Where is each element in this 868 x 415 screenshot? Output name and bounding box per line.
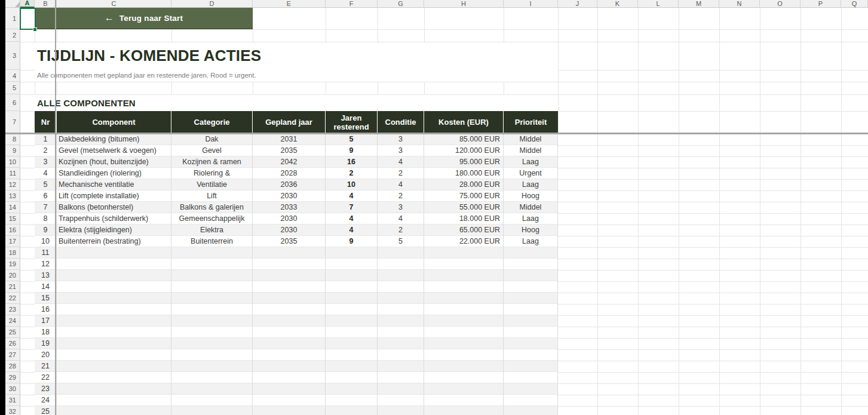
row-header-25[interactable]: 25: [5, 327, 20, 338]
row-header-21[interactable]: 21: [5, 281, 20, 293]
cell[interactable]: [253, 361, 326, 372]
cell[interactable]: 2: [378, 190, 424, 202]
cell[interactable]: [253, 270, 326, 281]
cell[interactable]: [57, 293, 171, 304]
cell[interactable]: 95.000 EUR: [424, 156, 504, 168]
cell[interactable]: 18.000 EUR: [424, 213, 504, 225]
cell[interactable]: [378, 383, 424, 395]
table-header-cell[interactable]: Kosten (EUR): [424, 111, 504, 133]
cell[interactable]: 2036: [253, 179, 326, 190]
cell[interactable]: [253, 349, 326, 361]
cell[interactable]: 2030: [253, 190, 326, 202]
cell[interactable]: [171, 349, 253, 361]
cell[interactable]: [378, 361, 424, 372]
cell[interactable]: 21: [35, 361, 57, 372]
cell[interactable]: [504, 247, 558, 259]
cell[interactable]: [378, 349, 424, 361]
cell[interactable]: 4: [326, 225, 378, 236]
cell[interactable]: [171, 304, 253, 315]
cell[interactable]: [171, 315, 253, 327]
column-header-J[interactable]: J: [558, 0, 597, 8]
cell[interactable]: Dakbedekking (bitumen): [57, 133, 171, 145]
cell[interactable]: Kozijnen & ramen: [171, 156, 253, 168]
cell[interactable]: 9: [326, 145, 378, 156]
cell[interactable]: [378, 327, 424, 338]
cell[interactable]: [326, 304, 378, 315]
cell[interactable]: 9: [326, 236, 378, 247]
row-header-32[interactable]: 32: [5, 406, 20, 415]
cell[interactable]: [378, 406, 424, 415]
cell[interactable]: 2031: [253, 133, 326, 145]
cell[interactable]: 4: [378, 156, 424, 168]
cell[interactable]: 12: [35, 259, 57, 270]
column-header-F[interactable]: F: [326, 0, 378, 8]
cell[interactable]: [253, 327, 326, 338]
row-header-20[interactable]: 20: [5, 270, 20, 281]
cell[interactable]: 23: [35, 383, 57, 395]
cell[interactable]: [171, 270, 253, 281]
cell[interactable]: 5: [35, 179, 57, 190]
cell[interactable]: 4: [35, 168, 57, 179]
cell[interactable]: 2030: [253, 225, 326, 236]
cell[interactable]: 2: [378, 168, 424, 179]
table-header-cell[interactable]: Gepland jaar: [253, 111, 326, 133]
cell[interactable]: [171, 247, 253, 259]
row-header-5[interactable]: 5: [5, 82, 20, 94]
cell[interactable]: 65.000 EUR: [424, 225, 504, 236]
cell[interactable]: 85.000 EUR: [424, 133, 504, 145]
cell[interactable]: [378, 247, 424, 259]
cell[interactable]: [57, 338, 171, 349]
cell[interactable]: 3: [378, 202, 424, 213]
table-header-cell[interactable]: Prioriteit: [504, 111, 558, 133]
row-header-10[interactable]: 10: [5, 156, 20, 168]
cell[interactable]: [504, 383, 558, 395]
cell[interactable]: [57, 259, 171, 270]
row-header-26[interactable]: 26: [5, 338, 20, 349]
row-header-29[interactable]: 29: [5, 372, 20, 383]
cell[interactable]: [171, 383, 253, 395]
cell[interactable]: [504, 372, 558, 383]
cell[interactable]: 3: [35, 156, 57, 168]
row-header-22[interactable]: 22: [5, 293, 20, 304]
column-header-B[interactable]: B: [35, 0, 57, 8]
table-header-cell[interactable]: Nr: [35, 111, 57, 133]
cell[interactable]: [171, 372, 253, 383]
row-header-17[interactable]: 17: [5, 236, 20, 247]
cell[interactable]: 16: [35, 304, 57, 315]
cell[interactable]: [378, 293, 424, 304]
cell[interactable]: [326, 315, 378, 327]
column-header-H[interactable]: H: [424, 0, 504, 8]
cell[interactable]: [424, 293, 504, 304]
cell[interactable]: Laag: [504, 213, 558, 225]
cell[interactable]: [326, 338, 378, 349]
column-header-D[interactable]: D: [171, 0, 253, 8]
column-header-G[interactable]: G: [378, 0, 424, 8]
cell[interactable]: 2028: [253, 168, 326, 179]
cell[interactable]: [57, 383, 171, 395]
cell[interactable]: [253, 259, 326, 270]
cell[interactable]: [424, 361, 504, 372]
row-header-28[interactable]: 28: [5, 361, 20, 372]
row-header-7[interactable]: 7: [5, 111, 20, 133]
column-header-M[interactable]: M: [679, 0, 719, 8]
cell[interactable]: [504, 361, 558, 372]
cell[interactable]: [326, 372, 378, 383]
cell[interactable]: [424, 259, 504, 270]
cell[interactable]: [57, 327, 171, 338]
cell[interactable]: Standleidingen (riolering): [57, 168, 171, 179]
cell[interactable]: [504, 395, 558, 406]
cell[interactable]: Buitenterrein: [171, 236, 253, 247]
cell[interactable]: Mechanische ventilatie: [57, 179, 171, 190]
cell[interactable]: Middel: [504, 145, 558, 156]
cell[interactable]: [57, 304, 171, 315]
cell[interactable]: 2: [35, 145, 57, 156]
column-header-Q[interactable]: Q: [841, 0, 868, 8]
cell[interactable]: [326, 293, 378, 304]
cell[interactable]: [378, 372, 424, 383]
cell[interactable]: [424, 372, 504, 383]
cell[interactable]: Lift (complete installatie): [57, 190, 171, 202]
cell[interactable]: Riolering &: [171, 168, 253, 179]
cell[interactable]: Gemeenschappelijk: [171, 213, 253, 225]
cell[interactable]: [253, 406, 326, 415]
row-header-31[interactable]: 31: [5, 395, 20, 406]
